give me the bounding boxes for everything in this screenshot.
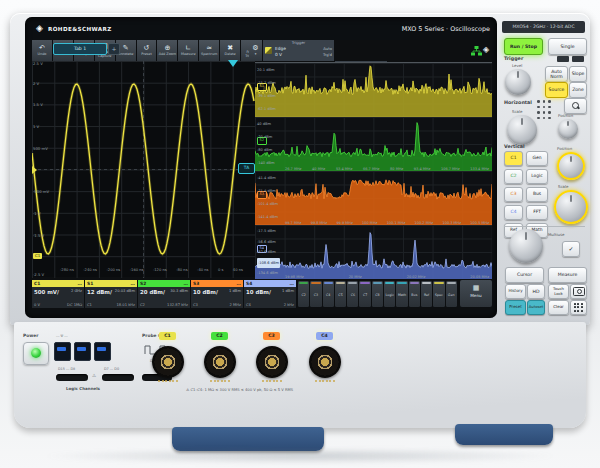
s4-freq-labels: 19.98 MHz20 MHz20.02 MHz20.05 MHz xyxy=(285,275,489,279)
source-button[interactable]: Source xyxy=(545,82,568,98)
power-button[interactable] xyxy=(23,342,49,365)
trigger-level: 0 V xyxy=(275,52,282,57)
channel-button-label: Spec xyxy=(433,293,444,297)
channel1-ground-marker[interactable] xyxy=(32,166,37,174)
toolbar-button[interactable]: ∟ Measure xyxy=(178,40,198,61)
hd-button[interactable]: HD xyxy=(527,284,545,299)
toolbar-button-label: Preset xyxy=(141,53,152,57)
x-axis-label: -240 ns xyxy=(83,268,97,272)
vertical-function-button[interactable]: Bus xyxy=(526,187,548,202)
input-rating-text: C1–C4: 1 MΩ ≤ 300 V RMS ≤ 400 V pk, 50 Ω… xyxy=(191,388,294,392)
tab-1[interactable]: Tab 1 xyxy=(53,43,107,55)
cursor-button[interactable]: Cursor xyxy=(505,267,544,283)
channel-button[interactable]: Math xyxy=(396,281,407,307)
toolbar-button[interactable]: ↶ Undo xyxy=(32,40,52,61)
trigger-level-knob[interactable] xyxy=(505,69,531,95)
db-axis-label: -62.1 dBm xyxy=(257,103,276,116)
badge-bottom-left: C1 xyxy=(87,303,92,307)
badge-menu-dots: … xyxy=(237,280,241,287)
logic-channels-label: Logic Channels xyxy=(66,386,100,391)
channel-button[interactable]: Bus xyxy=(409,281,420,307)
channel-button[interactable]: C5 xyxy=(335,281,346,307)
waveform-graticule[interactable]: 2.5 V2 V1.5 V1 V500 mV-500 mV-1 V-1.5 V-… xyxy=(32,61,255,278)
badge-id: C1 xyxy=(34,280,40,287)
chevron-down-icon: ▾ xyxy=(255,53,257,57)
vertical-scale-knob[interactable] xyxy=(554,190,588,224)
x-axis-label: 0 s xyxy=(218,268,223,272)
signal-badge[interactable]: S3… 10 dBm/ 1 dBm C3 2 MHz xyxy=(191,280,243,308)
autoset-button[interactable]: Autoset xyxy=(527,300,545,315)
signal-badge[interactable]: S1… 12 dBm/ 20.03 dBm C1 18.01 kHz xyxy=(85,280,137,308)
camera-button[interactable] xyxy=(570,284,587,299)
toolbar-button[interactable]: ✖ Delete xyxy=(220,40,240,61)
toolbar-button[interactable]: ⊕ Add Zoom xyxy=(157,40,177,61)
spectrum-strip-s1[interactable]: S1 20.1 dBm-15.7 dBm-39.1 dBm-62.1 dBm xyxy=(255,62,492,117)
s2-freq-labels: 26.7 MHz40 MHz53.4 MHz66.7 MHz80 MHz93.4… xyxy=(285,167,489,171)
rs-screen-logo-icon: ◈ xyxy=(483,45,489,54)
trigger-info-box[interactable]: Trigger Edge 0 V Auto Trg'd xyxy=(263,40,334,61)
badge-scale: 10 dBm/ xyxy=(193,289,218,295)
channel-button[interactable]: Gen xyxy=(446,281,457,307)
clear-button[interactable]: Clear xyxy=(548,300,569,315)
zoom-button[interactable] xyxy=(564,98,587,114)
multiuse-knob[interactable] xyxy=(509,229,543,263)
toolbar-button[interactable]: ↺ Preset xyxy=(137,40,157,61)
channel-button[interactable]: Spec xyxy=(433,281,444,307)
usb-port-2[interactable] xyxy=(74,342,91,361)
bnc-connector-c2[interactable] xyxy=(204,346,236,378)
bnc-connector-c4[interactable] xyxy=(309,346,341,378)
channel-button[interactable]: C8 xyxy=(372,281,383,307)
channel-button[interactable]: C4 xyxy=(323,281,334,307)
vertical-position-knob[interactable] xyxy=(557,152,585,180)
vertical-channel-button[interactable]: C4 xyxy=(504,205,523,220)
vertical-function-button[interactable]: Logic xyxy=(526,169,548,184)
bnc-connector-c1[interactable] xyxy=(152,346,184,378)
usb-port-3[interactable] xyxy=(94,342,111,361)
add-tab-button[interactable]: + xyxy=(108,43,120,55)
auto-norm-button[interactable]: Auto Norm xyxy=(545,66,568,82)
channel-button[interactable]: Logic xyxy=(384,281,395,307)
channel-button[interactable]: C3 xyxy=(310,281,321,307)
spectrum-strip-s3[interactable]: S3 -41.4 dBm-71.4 dBm-101.4 dBm-141.4 dB… xyxy=(255,170,492,225)
channel-button[interactable]: C7 xyxy=(359,281,370,307)
channel-button[interactable]: C2 xyxy=(298,281,309,307)
x-axis-label: -80 ns xyxy=(176,268,187,272)
toolbar-button[interactable]: ≈ Spectrum xyxy=(199,40,219,61)
horizontal-position-knob[interactable] xyxy=(558,119,578,139)
channel-button[interactable]: Ref xyxy=(421,281,432,307)
signal-badge[interactable]: C1… 500 mV/ 2 GHz 0 V DC 1MΩ xyxy=(32,280,84,308)
zone-button[interactable]: Zone xyxy=(569,82,587,98)
toolbar-settings-button[interactable]: ⚙ ▾ xyxy=(249,40,262,61)
signal-badge[interactable]: S4… 10 dBm/ 1 dBm C4 2 kHz xyxy=(244,280,296,308)
keypad-button[interactable] xyxy=(570,300,587,315)
spectrum-strip-s4[interactable]: S4 -17.5 dBm-56.6 dBm-82.6 dBm-108.6 dBm… xyxy=(255,224,492,279)
slope-button[interactable]: Slope xyxy=(569,66,587,82)
vertical-channel-button[interactable]: C2 xyxy=(504,169,523,184)
trigger-position-marker[interactable] xyxy=(228,60,238,67)
channel-button[interactable]: C6 xyxy=(347,281,358,307)
bnc-connector-c3[interactable] xyxy=(256,346,288,378)
usb-port-1[interactable] xyxy=(54,342,71,361)
vertical-channel-button[interactable]: C3 xyxy=(504,187,523,202)
bnc-channel-label: C1 xyxy=(159,332,176,340)
x-axis-label: 40 ns xyxy=(233,268,243,272)
spectrum-strip-s2[interactable]: S2 40 dBm-20 dBm-80 dBm-140 dBm 26.7 MHz… xyxy=(255,116,492,171)
vertical-function-button[interactable]: Gen xyxy=(526,151,548,166)
trigger-level-marker[interactable]: TA xyxy=(238,163,255,174)
logic-connector-2[interactable] xyxy=(102,374,134,381)
measure-button[interactable]: Measure xyxy=(548,267,587,283)
vertical-channel-button[interactable]: C1 xyxy=(504,151,523,166)
menu-button[interactable]: ▦ Menu xyxy=(460,280,492,307)
run-stop-button[interactable]: Run / Stop xyxy=(504,38,543,55)
single-button[interactable]: Single xyxy=(548,38,587,55)
preset-button[interactable]: Preset xyxy=(505,300,526,315)
touch-lock-button[interactable]: Touch Lock xyxy=(548,284,569,299)
channel-button-label: C3 xyxy=(310,293,321,297)
horizontal-scale-knob[interactable] xyxy=(507,115,537,145)
front-panel-controls: MXO54 · 2GHz · 12-bit ADC Run / Stop Sin… xyxy=(500,18,588,322)
logic-connector-1[interactable] xyxy=(56,374,88,381)
signal-badge[interactable]: S2… 20 dBm/ 30.3 dBm C2 132.87 kHz xyxy=(138,280,190,308)
vertical-function-button[interactable]: FFT xyxy=(526,205,548,220)
select-button[interactable]: ✓ xyxy=(562,241,580,257)
history-button[interactable]: History xyxy=(505,284,526,299)
